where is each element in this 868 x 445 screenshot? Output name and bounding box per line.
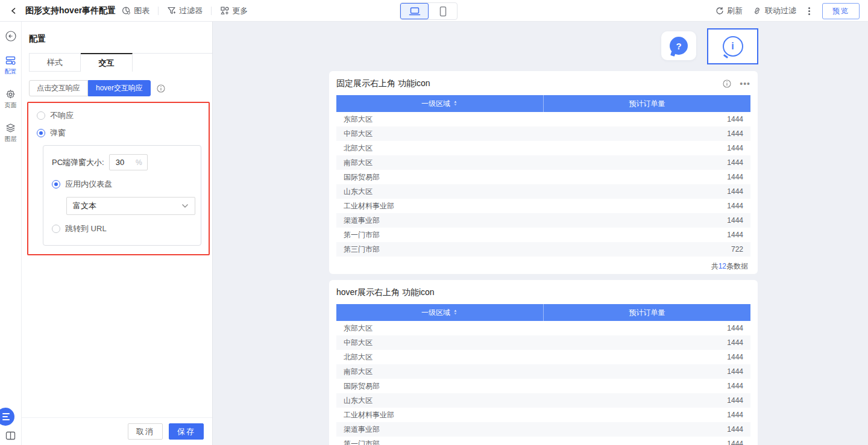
- sort-icon: [453, 100, 458, 107]
- value-cell: 1444: [544, 184, 751, 199]
- value-cell: 722: [544, 242, 751, 257]
- region-cell: 国际贸易部: [336, 379, 544, 393]
- tab-style[interactable]: 样式: [29, 53, 81, 72]
- radio-no-response[interactable]: 不响应: [37, 110, 201, 121]
- table-row[interactable]: 北部大区1444: [336, 141, 750, 155]
- table-row[interactable]: 第三门市部722: [336, 242, 750, 257]
- region-cell: 南部大区: [336, 364, 544, 379]
- region-cell: 第三门市部: [336, 242, 544, 257]
- panel-actions: 取消 保存: [22, 417, 212, 445]
- info-bubble-icon[interactable]: i: [723, 36, 743, 57]
- sidebar-item-config[interactable]: 配置: [5, 55, 17, 76]
- region-cell: 第一门市部: [336, 437, 544, 445]
- radio-jump-url[interactable]: 跳转到 URL: [52, 223, 193, 234]
- collapse-panel-icon[interactable]: [5, 30, 17, 42]
- toolbar-divider: [211, 7, 212, 15]
- desktop-toggle[interactable]: [400, 3, 429, 19]
- table-row[interactable]: 南部大区1444: [336, 364, 750, 379]
- radio-popup[interactable]: 弹窗: [37, 128, 201, 138]
- config-icon: [5, 55, 16, 66]
- radio-in-app-dashboard[interactable]: 应用内仪表盘: [52, 179, 193, 190]
- help-widget[interactable]: ?: [661, 31, 696, 60]
- table-row[interactable]: 北部大区1444: [336, 350, 750, 364]
- table-row[interactable]: 山东大区1444: [336, 393, 750, 408]
- region-cell: 山东大区: [336, 393, 544, 408]
- gear-icon: [5, 89, 16, 99]
- quick-menu-button[interactable]: [0, 408, 14, 426]
- toolbar-divider: [158, 7, 159, 15]
- chevron-down-icon: [181, 204, 189, 208]
- filter-icon: [167, 6, 176, 15]
- page-title: 图形支持hover事件配置: [25, 5, 116, 16]
- radio-circle-checked[interactable]: [52, 180, 60, 188]
- table-row[interactable]: 工业材料事业部1444: [336, 199, 750, 213]
- radio-circle-checked[interactable]: [37, 129, 45, 137]
- info-icon[interactable]: [723, 79, 731, 88]
- card-title: 固定展示右上角 功能icon: [336, 78, 723, 89]
- value-cell: 1444: [544, 364, 751, 379]
- card-title: hover展示右上角 功能icon: [336, 287, 750, 298]
- region-cell: 国际贸易部: [336, 170, 544, 184]
- value-cell: 1444: [544, 112, 751, 126]
- question-bubble-icon[interactable]: ?: [670, 37, 688, 55]
- region-cell: 南部大区: [336, 155, 544, 170]
- value-cell: 1444: [544, 379, 751, 393]
- radio-circle[interactable]: [52, 225, 60, 233]
- region-cell: 第一门市部: [336, 228, 544, 242]
- back-icon[interactable]: [8, 5, 19, 16]
- split-view-icon[interactable]: [5, 431, 16, 440]
- value-cell: 1444: [544, 422, 751, 437]
- table-row[interactable]: 中部大区1444: [336, 126, 750, 141]
- value-cell: 1444: [544, 321, 751, 335]
- table-row[interactable]: 第一门市部1444: [336, 228, 750, 242]
- table-row[interactable]: 第一门市部1444: [336, 437, 750, 445]
- table-row[interactable]: 工业材料事业部1444: [336, 408, 750, 422]
- linkage-filter-button[interactable]: 联动过滤: [752, 5, 796, 16]
- sidebar-item-page[interactable]: 页面: [5, 89, 17, 110]
- value-cell: 1444: [544, 141, 751, 155]
- card-fixed-icon-table[interactable]: 固定展示右上角 功能icon ••• 一级区域预计订单量东部大区1444中部大区…: [329, 71, 758, 274]
- table-row[interactable]: 国际贸易部1444: [336, 170, 750, 184]
- table-row[interactable]: 渠道事业部1444: [336, 213, 750, 228]
- mobile-toggle[interactable]: [429, 3, 457, 19]
- card-hover-icon-table[interactable]: hover展示右上角 功能icon 一级区域预计订单量东部大区1444中部大区1…: [329, 280, 758, 445]
- region-cell: 渠道事业部: [336, 422, 544, 437]
- value-cell: 1444: [544, 213, 751, 228]
- filter-menu-item[interactable]: 过滤器: [167, 5, 203, 16]
- info-widget-selected[interactable]: i: [707, 28, 758, 64]
- preview-button[interactable]: 预览: [822, 3, 860, 19]
- table-row[interactable]: 山东大区1444: [336, 184, 750, 199]
- refresh-button[interactable]: 刷新: [715, 5, 743, 16]
- table-row[interactable]: 南部大区1444: [336, 155, 750, 170]
- table-row[interactable]: 东部大区1444: [336, 321, 750, 335]
- region-cell: 北部大区: [336, 350, 544, 364]
- info-icon[interactable]: [157, 84, 165, 93]
- table-row[interactable]: 中部大区1444: [336, 335, 750, 350]
- region-cell: 渠道事业部: [336, 213, 544, 228]
- region-cell: 山东大区: [336, 184, 544, 199]
- radio-circle[interactable]: [37, 111, 45, 120]
- click-response-segment[interactable]: 点击交互响应: [29, 80, 88, 96]
- hover-response-segment[interactable]: hover交互响应: [88, 80, 151, 96]
- save-button[interactable]: 保存: [169, 423, 204, 440]
- table-row[interactable]: 国际贸易部1444: [336, 379, 750, 393]
- tab-interaction[interactable]: 交互: [81, 53, 133, 72]
- sidebar-item-layer[interactable]: 图层: [5, 123, 17, 143]
- table-row[interactable]: 渠道事业部1444: [336, 422, 750, 437]
- column-header: 预计订单量: [544, 304, 751, 321]
- table-row[interactable]: 东部大区1444: [336, 112, 750, 126]
- popup-size-label: PC端弹窗大小:: [52, 157, 104, 168]
- dashboard-select[interactable]: 富文本: [66, 197, 195, 215]
- popup-size-input[interactable]: 30 %: [109, 154, 148, 170]
- more-menu-item[interactable]: 更多: [220, 5, 248, 16]
- column-header[interactable]: 一级区域: [336, 304, 544, 321]
- column-header[interactable]: 一级区域: [336, 95, 544, 112]
- value-cell: 1444: [544, 228, 751, 242]
- link-icon: [752, 7, 762, 15]
- chart-menu-item[interactable]: 图表: [122, 5, 149, 16]
- popup-settings-box: PC端弹窗大小: 30 % 应用内仪表盘 富文本 跳转到 URL: [43, 145, 201, 246]
- more-actions-icon[interactable]: [806, 6, 813, 16]
- data-table: 一级区域预计订单量东部大区1444中部大区1444北部大区1444南部大区144…: [336, 95, 750, 257]
- cancel-button[interactable]: 取消: [128, 423, 163, 440]
- more-icon[interactable]: •••: [740, 82, 750, 86]
